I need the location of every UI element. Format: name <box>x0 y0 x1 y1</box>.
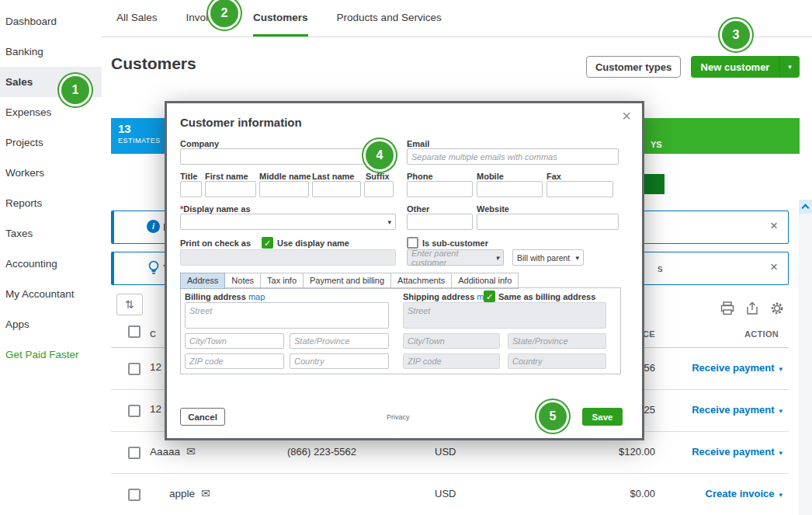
settings-gear-icon[interactable] <box>770 301 784 315</box>
page-title: Customers <box>111 54 196 73</box>
sidebar-item-taxes[interactable]: Taxes <box>0 218 102 249</box>
title-field[interactable] <box>180 181 202 197</box>
step-badge-2: 2 <box>210 0 238 27</box>
shipping-street-field[interactable] <box>403 302 606 329</box>
close-icon[interactable]: × <box>770 218 778 234</box>
email-envelope-icon[interactable]: ✉ <box>186 445 196 458</box>
sidebar-item-workers[interactable]: Workers <box>0 158 102 188</box>
shipping-state-field[interactable] <box>508 333 606 349</box>
action-dropdown-icon[interactable]: ▾ <box>779 449 783 457</box>
customer-name[interactable]: 12 <box>150 403 161 415</box>
parent-customer-placeholder: Enter parent customer <box>411 249 495 267</box>
customer-types-button[interactable]: Customer types <box>586 56 681 78</box>
sidebar-item-apps[interactable]: Apps <box>0 309 102 339</box>
suffix-field[interactable] <box>364 181 394 197</box>
step-badge-5: 5 <box>539 402 567 430</box>
fax-field[interactable] <box>547 181 613 197</box>
privacy-link[interactable]: Privacy <box>387 413 410 421</box>
customer-name[interactable]: apple <box>169 488 195 499</box>
bill-with-parent-select[interactable]: Bill with parent ▾ <box>512 249 584 266</box>
first-name-field[interactable] <box>205 181 256 197</box>
new-customer-button[interactable]: New customer ▾ <box>691 56 800 78</box>
sidebar-item-dashboard[interactable]: Dashboard <box>0 6 102 37</box>
row-checkbox[interactable] <box>128 447 141 459</box>
create-invoice-action[interactable]: Create invoice▾ <box>706 488 783 499</box>
step-badge-3: 3 <box>722 21 750 49</box>
tab-additional-info[interactable]: Additional info <box>451 273 519 289</box>
scrollbar-track[interactable] <box>799 200 812 515</box>
action-dropdown-icon[interactable]: ▾ <box>779 491 783 499</box>
tab-all-sales[interactable]: All Sales <box>116 0 158 37</box>
sidebar-item-accounting[interactable]: Accounting <box>0 249 102 279</box>
last-name-label: Last name <box>312 172 354 181</box>
receive-payment-action[interactable]: Receive payment▾ <box>692 446 783 458</box>
customer-column-header[interactable]: C <box>150 329 156 339</box>
row-checkbox[interactable] <box>128 363 141 375</box>
tab-products-and-services[interactable]: Products and Services <box>337 0 442 37</box>
customer-name[interactable]: 12 <box>150 361 161 373</box>
website-field[interactable] <box>477 214 619 230</box>
receive-payment-action[interactable]: Receive payment▾ <box>692 404 783 416</box>
company-field[interactable] <box>180 148 396 165</box>
use-display-name-checkbox[interactable]: ✓ <box>262 237 273 249</box>
new-customer-dropdown-icon[interactable]: ▾ <box>779 56 800 78</box>
chevron-up-icon <box>802 204 810 212</box>
tip-banner-text-right: s <box>658 263 663 274</box>
customer-information-modal: Customer information × Company Email Tit… <box>165 101 644 440</box>
close-icon[interactable]: × <box>622 107 631 125</box>
tab-attachments[interactable]: Attachments <box>390 273 452 289</box>
billing-map-link[interactable]: map <box>248 292 265 301</box>
phone-field[interactable] <box>407 181 473 197</box>
close-icon[interactable]: × <box>770 259 778 275</box>
print-icon[interactable] <box>720 301 734 315</box>
shipping-zip-field[interactable] <box>403 353 500 369</box>
sidebar-item-get-paid-faster[interactable]: Get Paid Faster <box>0 339 102 370</box>
print-on-check-field[interactable] <box>180 249 396 266</box>
sidebar-item-my-accountant[interactable]: My Accountant <box>0 279 102 309</box>
action-dropdown-icon[interactable]: ▾ <box>779 365 783 373</box>
billing-zip-field[interactable] <box>185 353 284 369</box>
export-icon[interactable] <box>745 301 759 315</box>
email-envelope-icon[interactable]: ✉ <box>201 487 210 499</box>
shipping-city-field[interactable] <box>403 333 500 349</box>
middle-name-field[interactable] <box>259 181 309 197</box>
billing-state-field[interactable] <box>290 333 389 349</box>
tab-tax-info[interactable]: Tax info <box>260 273 304 289</box>
tab-customers[interactable]: Customers <box>253 0 308 37</box>
scroll-up-button[interactable] <box>799 200 812 214</box>
billing-city-field[interactable] <box>185 333 284 349</box>
mobile-field[interactable] <box>477 181 543 197</box>
parent-customer-select[interactable]: Enter parent customer ▾ <box>407 249 504 266</box>
paid-tile-text-fragment: YS <box>651 140 662 149</box>
billing-street-field[interactable] <box>185 302 389 329</box>
cancel-button[interactable]: Cancel <box>180 408 225 426</box>
batch-actions-button[interactable]: ⇅ <box>116 294 143 315</box>
table-row[interactable]: apple ✉ USD $0.00 Create invoice▾ <box>111 474 789 515</box>
other-field[interactable] <box>407 214 473 230</box>
display-name-select[interactable]: ▾ <box>180 214 396 230</box>
customer-name[interactable]: Aaaaa <box>150 446 180 458</box>
is-sub-customer-label: Is sub-customer <box>422 238 488 248</box>
shipping-country-field[interactable] <box>508 353 606 369</box>
email-field[interactable] <box>407 148 619 165</box>
is-sub-customer-checkbox[interactable] <box>407 237 418 249</box>
save-button[interactable]: Save <box>582 408 623 426</box>
sidebar-item-banking[interactable]: Banking <box>0 37 102 67</box>
row-checkbox[interactable] <box>128 489 141 501</box>
sidebar-item-projects[interactable]: Projects <box>0 127 102 158</box>
row-checkbox[interactable] <box>128 405 141 417</box>
tab-notes[interactable]: Notes <box>224 273 261 289</box>
action-dropdown-icon[interactable]: ▾ <box>779 407 783 415</box>
billing-country-field[interactable] <box>290 353 389 369</box>
last-name-field[interactable] <box>312 181 361 197</box>
receive-payment-action[interactable]: Receive payment▾ <box>692 362 783 374</box>
tab-payment-and-billing[interactable]: Payment and billing <box>303 273 391 289</box>
same-as-billing-checkbox[interactable]: ✓ <box>484 291 495 302</box>
customer-currency: USD <box>435 446 456 458</box>
company-label: Company <box>180 139 219 148</box>
other-label: Other <box>407 204 429 214</box>
select-all-checkbox[interactable] <box>128 325 141 338</box>
sidebar-item-reports[interactable]: Reports <box>0 188 102 218</box>
tab-address[interactable]: Address <box>180 273 225 289</box>
sidebar-item-expenses[interactable]: Expenses <box>0 97 102 127</box>
